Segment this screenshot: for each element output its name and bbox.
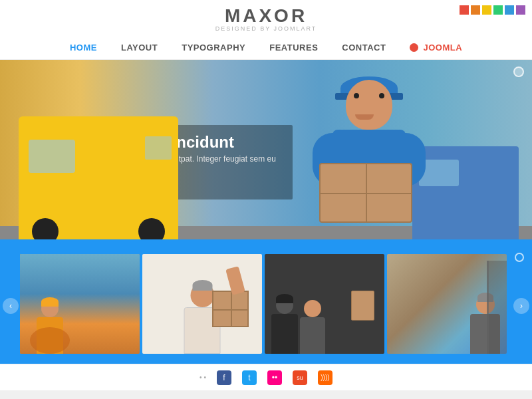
carousel-item-2 xyxy=(142,254,262,354)
nav-joomla[interactable]: JOOMLA xyxy=(398,39,474,57)
swatch-orange[interactable] xyxy=(471,5,480,15)
van-wheel-left xyxy=(32,218,59,239)
logo-subtitle: DESIGNED BY JOOMLART xyxy=(0,25,532,32)
swatch-purple[interactable] xyxy=(516,5,525,15)
flickr-icon[interactable]: •• xyxy=(267,370,282,385)
package xyxy=(319,163,412,223)
nav-home[interactable]: HOME xyxy=(58,39,109,57)
footer: • • f t •• su )))) xyxy=(0,364,532,390)
swatch-green[interactable] xyxy=(493,5,503,15)
van-window xyxy=(29,140,75,173)
logo-title: MAXOR xyxy=(0,7,532,25)
nav-joomla-label: JOOMLA xyxy=(423,43,462,53)
nav-layout[interactable]: LAYOUT xyxy=(109,39,170,57)
van-wheel-right xyxy=(138,218,165,239)
carousel-item-4 xyxy=(387,254,507,354)
nav-features[interactable]: FEATURES xyxy=(257,39,330,57)
swatch-yellow[interactable] xyxy=(482,5,491,15)
header: MAXOR DESIGNED BY JOOMLART HOME LAYOUT T… xyxy=(0,0,532,60)
carousel-track xyxy=(0,254,532,354)
navigation: HOME LAYOUT TYPOGRAPHY FEATURES CONTACT … xyxy=(0,36,532,59)
carousel-item-1 xyxy=(20,254,140,354)
van-side-window xyxy=(145,136,172,160)
nav-typography[interactable]: TYPOGRAPHY xyxy=(170,39,257,57)
nav-contact[interactable]: CONTACT xyxy=(330,39,398,57)
swatch-red[interactable] xyxy=(460,5,469,15)
hero-slider-dot[interactable] xyxy=(513,66,524,77)
yellow-van xyxy=(19,116,178,239)
carousel-prev-button[interactable]: ‹ xyxy=(3,298,19,314)
blue-divider xyxy=(0,239,532,247)
carousel-clipboard-3 xyxy=(351,291,374,321)
twitter-icon[interactable]: t xyxy=(242,370,257,385)
carousel-van-door xyxy=(487,261,507,354)
carousel-item-3 xyxy=(265,254,384,354)
color-swatches xyxy=(460,5,525,15)
person-head xyxy=(346,80,392,130)
carousel-box-2 xyxy=(212,291,249,327)
footer-bullets: • • xyxy=(200,374,206,381)
logo: MAXOR DESIGNED BY JOOMLART xyxy=(0,7,532,32)
carousel-next-button[interactable]: › xyxy=(513,298,529,314)
stumbleupon-icon[interactable]: su xyxy=(293,370,307,385)
rss-icon[interactable]: )))) xyxy=(318,370,332,385)
carousel-section: ‹ xyxy=(0,247,532,364)
joomla-icon xyxy=(410,43,418,52)
delivery-person xyxy=(306,66,439,239)
carousel-people-3 xyxy=(271,297,325,354)
carousel-slider-dot[interactable] xyxy=(515,253,524,262)
swatch-blue[interactable] xyxy=(505,5,514,15)
hero-section: Purus tincidunt Aliquam erat volutpat. I… xyxy=(0,60,532,239)
facebook-icon[interactable]: f xyxy=(217,370,231,385)
